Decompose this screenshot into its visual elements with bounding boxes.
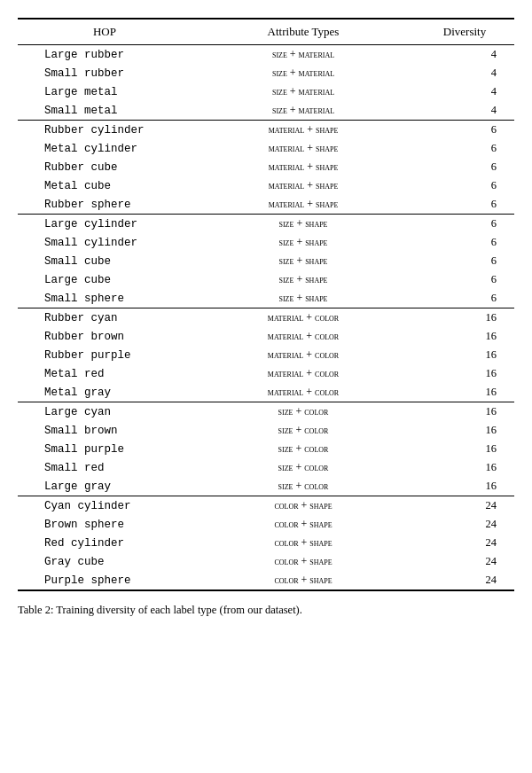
cell-diversity: 6 xyxy=(415,215,514,234)
cell-attr: Size + Color xyxy=(192,458,415,477)
table-row: Rubber cubeMaterial + Shape6 xyxy=(18,158,514,176)
col-attr: Attribute Types xyxy=(192,19,415,45)
cell-diversity: 6 xyxy=(415,139,514,158)
cell-hop: Rubber cyan xyxy=(18,308,192,328)
cell-hop: Small metal xyxy=(18,101,192,121)
cell-attr: Material + Color xyxy=(192,383,415,402)
table-row: Metal redMaterial + Color16 xyxy=(18,364,514,383)
cell-attr: Material + Shape xyxy=(192,176,415,195)
cell-diversity: 16 xyxy=(415,383,514,402)
table-row: Large cubeSize + Shape6 xyxy=(18,270,514,289)
main-table: HOP Attribute Types Diversity Large rubb… xyxy=(18,18,514,591)
cell-diversity: 24 xyxy=(415,571,514,590)
cell-diversity: 4 xyxy=(415,82,514,101)
cell-hop: Small cube xyxy=(18,252,192,270)
table-row: Rubber purpleMaterial + Color16 xyxy=(18,346,514,364)
table-row: Metal grayMaterial + Color16 xyxy=(18,383,514,402)
cell-attr: Size + Color xyxy=(192,421,415,440)
cell-attr: Size + Shape xyxy=(192,270,415,289)
cell-attr: Size + Material xyxy=(192,82,415,101)
cell-attr: Size + Color xyxy=(192,477,415,496)
table-row: Small brownSize + Color16 xyxy=(18,421,514,440)
cell-hop: Metal red xyxy=(18,364,192,383)
cell-hop: Large cube xyxy=(18,270,192,289)
cell-hop: Rubber sphere xyxy=(18,195,192,215)
col-diversity: Diversity xyxy=(415,19,514,45)
cell-diversity: 16 xyxy=(415,308,514,328)
table-row: Purple sphereColor + Shape24 xyxy=(18,571,514,590)
cell-diversity: 6 xyxy=(415,158,514,176)
cell-attr: Size + Material xyxy=(192,64,415,82)
cell-hop: Large rubber xyxy=(18,45,192,65)
cell-hop: Small sphere xyxy=(18,289,192,308)
cell-diversity: 24 xyxy=(415,534,514,552)
cell-attr: Size + Shape xyxy=(192,215,415,234)
cell-attr: Size + Color xyxy=(192,440,415,458)
cell-hop: Brown sphere xyxy=(18,515,192,534)
cell-hop: Rubber brown xyxy=(18,327,192,346)
cell-attr: Size + Material xyxy=(192,45,415,65)
cell-diversity: 6 xyxy=(415,289,514,308)
cell-hop: Large metal xyxy=(18,82,192,101)
cell-attr: Material + Shape xyxy=(192,139,415,158)
cell-diversity: 16 xyxy=(415,402,514,422)
table-row: Rubber cyanMaterial + Color16 xyxy=(18,308,514,328)
cell-attr: Size + Shape xyxy=(192,252,415,270)
cell-diversity: 16 xyxy=(415,458,514,477)
cell-attr: Size + Shape xyxy=(192,233,415,252)
cell-diversity: 16 xyxy=(415,440,514,458)
cell-diversity: 6 xyxy=(415,270,514,289)
cell-diversity: 16 xyxy=(415,346,514,364)
table-row: Small cubeSize + Shape6 xyxy=(18,252,514,270)
table-row: Brown sphereColor + Shape24 xyxy=(18,515,514,534)
table-row: Small redSize + Color16 xyxy=(18,458,514,477)
cell-attr: Material + Shape xyxy=(192,158,415,176)
cell-diversity: 16 xyxy=(415,327,514,346)
cell-attr: Color + Shape xyxy=(192,496,415,516)
cell-hop: Rubber cylinder xyxy=(18,121,192,140)
cell-hop: Large gray xyxy=(18,477,192,496)
table-row: Large metalSize + Material4 xyxy=(18,82,514,101)
table-row: Gray cubeColor + Shape24 xyxy=(18,552,514,571)
table-row: Large cyanSize + Color16 xyxy=(18,402,514,422)
table-row: Rubber sphereMaterial + Shape6 xyxy=(18,195,514,215)
cell-attr: Material + Shape xyxy=(192,195,415,215)
cell-diversity: 16 xyxy=(415,421,514,440)
cell-diversity: 24 xyxy=(415,552,514,571)
col-hop: HOP xyxy=(18,19,192,45)
table-row: Large graySize + Color16 xyxy=(18,477,514,496)
cell-diversity: 6 xyxy=(415,233,514,252)
header-row: HOP Attribute Types Diversity xyxy=(18,19,514,45)
table-row: Large cylinderSize + Shape6 xyxy=(18,215,514,234)
cell-hop: Small rubber xyxy=(18,64,192,82)
cell-diversity: 6 xyxy=(415,121,514,140)
cell-attr: Size + Shape xyxy=(192,289,415,308)
table-row: Small metalSize + Material4 xyxy=(18,101,514,121)
cell-hop: Small cylinder xyxy=(18,233,192,252)
cell-diversity: 6 xyxy=(415,195,514,215)
cell-hop: Red cylinder xyxy=(18,534,192,552)
cell-hop: Gray cube xyxy=(18,552,192,571)
cell-diversity: 6 xyxy=(415,252,514,270)
table-caption: Table 2: Training diversity of each labe… xyxy=(18,602,514,619)
cell-attr: Material + Color xyxy=(192,327,415,346)
cell-attr: Material + Color xyxy=(192,308,415,328)
table-row: Large rubberSize + Material4 xyxy=(18,45,514,65)
table-row: Metal cubeMaterial + Shape6 xyxy=(18,176,514,195)
cell-hop: Rubber purple xyxy=(18,346,192,364)
table-row: Small rubberSize + Material4 xyxy=(18,64,514,82)
cell-diversity: 4 xyxy=(415,45,514,65)
cell-hop: Large cyan xyxy=(18,402,192,422)
cell-hop: Metal gray xyxy=(18,383,192,402)
cell-hop: Small brown xyxy=(18,421,192,440)
table-row: Small sphereSize + Shape6 xyxy=(18,289,514,308)
cell-attr: Material + Shape xyxy=(192,121,415,140)
cell-hop: Large cylinder xyxy=(18,215,192,234)
cell-hop: Metal cylinder xyxy=(18,139,192,158)
table-row: Red cylinderColor + Shape24 xyxy=(18,534,514,552)
cell-diversity: 24 xyxy=(415,515,514,534)
cell-attr: Material + Color xyxy=(192,346,415,364)
cell-hop: Rubber cube xyxy=(18,158,192,176)
cell-attr: Color + Shape xyxy=(192,552,415,571)
cell-attr: Size + Color xyxy=(192,402,415,422)
